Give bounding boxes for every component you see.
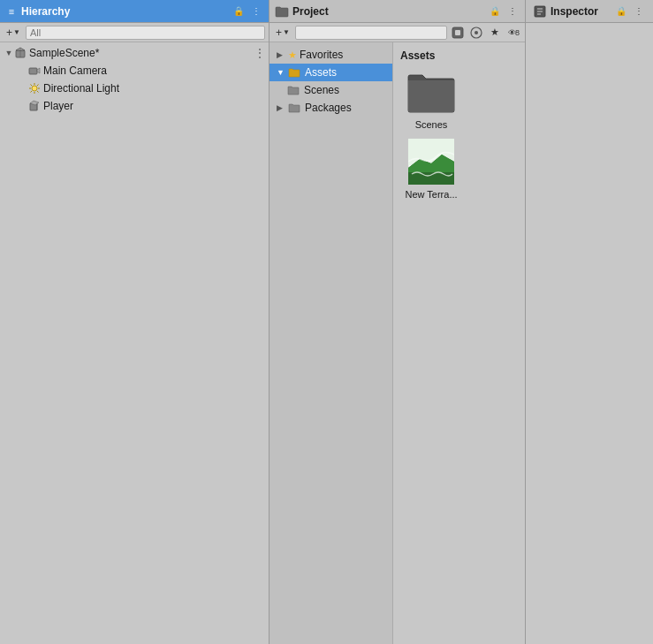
- svg-line-10: [31, 85, 33, 87]
- terrain-icon: [406, 137, 456, 186]
- inspector-more-btn[interactable]: ⋮: [632, 4, 646, 19]
- project-content: ▶ ★ Favorites ▼ Assets Sce: [270, 42, 525, 644]
- directional-light-label: Directional Light: [43, 82, 119, 95]
- sidebar-assets[interactable]: ▼ Assets: [270, 64, 392, 81]
- folder-svg: [406, 70, 456, 114]
- project-add-button[interactable]: + ▼: [273, 27, 292, 39]
- svg-rect-3: [29, 68, 37, 74]
- hierarchy-panel: ≡ Hierarchy 🔒 ⋮ + ▼ ▼: [0, 0, 270, 644]
- inspector-header-icon: [533, 4, 547, 19]
- folder-icon-scenes: [287, 85, 300, 95]
- hierarchy-search-input[interactable]: [30, 27, 261, 38]
- scene-more-icon[interactable]: ⋮: [254, 47, 265, 59]
- project-search-box[interactable]: [295, 26, 447, 40]
- hierarchy-lock-btn[interactable]: 🔒: [232, 4, 246, 19]
- assets-arrow: ▼: [277, 68, 285, 77]
- project-lock-btn[interactable]: 🔒: [488, 4, 502, 19]
- hierarchy-scene-item[interactable]: ▼ SampleScene* ⋮: [0, 44, 269, 62]
- chevron-down-icon: ▼: [13, 28, 20, 36]
- folder-icon-packages: [288, 102, 300, 113]
- project-star-icon[interactable]: ★: [487, 25, 503, 41]
- svg-rect-18: [455, 30, 460, 35]
- inspector-header: Inspector 🔒 ⋮: [526, 0, 653, 23]
- scene-label: SampleScene*: [29, 47, 99, 59]
- scenes-folder-icon: [406, 67, 456, 117]
- filter-svg: [469, 26, 483, 40]
- project-toolbar: + ▼ ★ 👁8: [270, 23, 525, 42]
- project-search-input[interactable]: [300, 27, 443, 38]
- inspector-title: Inspector: [550, 5, 611, 18]
- svg-line-11: [37, 91, 39, 93]
- svg-point-5: [32, 86, 37, 91]
- hierarchy-add-button[interactable]: + ▼: [4, 27, 23, 39]
- sidebar-favorites[interactable]: ▶ ★ Favorites: [270, 46, 392, 64]
- sidebar-packages[interactable]: ▶ Packages: [270, 99, 392, 117]
- hierarchy-tree: ▼ SampleScene* ⋮ Main Camera: [0, 42, 269, 644]
- svg-line-13: [31, 91, 33, 93]
- sidebar-scenes[interactable]: Scenes: [270, 81, 392, 99]
- favorites-label: Favorites: [300, 49, 343, 61]
- camera-icon: [28, 64, 41, 77]
- scenes-folder-label: Scenes: [415, 119, 448, 130]
- assets-grid: Scenes: [400, 67, 518, 200]
- main-camera-label: Main Camera: [43, 64, 107, 77]
- star-icon: ★: [288, 49, 297, 61]
- chevron-down-icon: ▼: [283, 28, 290, 36]
- plus-icon: +: [276, 27, 282, 39]
- asset-scenes-folder[interactable]: Scenes: [400, 67, 462, 130]
- svg-marker-4: [37, 68, 40, 73]
- project-assets-area: Assets Scenes: [393, 42, 525, 644]
- hierarchy-item-player[interactable]: Player: [0, 97, 269, 115]
- hierarchy-more-btn[interactable]: ⋮: [249, 4, 263, 19]
- project-title: Project: [292, 5, 484, 18]
- hierarchy-item-main-camera[interactable]: Main Camera: [0, 62, 269, 80]
- project-header: Project 🔒 ⋮: [270, 0, 525, 23]
- player-label: Player: [43, 100, 73, 112]
- project-filter-icon[interactable]: [468, 25, 484, 41]
- packages-label: Packages: [305, 102, 352, 114]
- terrain-svg: [406, 137, 456, 186]
- cube-icon: [28, 100, 41, 112]
- assets-area-header: Assets: [400, 49, 518, 62]
- hierarchy-toolbar: + ▼: [0, 23, 269, 42]
- project-eye-icon[interactable]: 👁8: [505, 25, 521, 41]
- assets-label: Assets: [305, 66, 337, 79]
- scenes-label: Scenes: [304, 84, 339, 96]
- project-panel: Project 🔒 ⋮ + ▼: [270, 0, 526, 644]
- hamburger-icon: ≡: [5, 5, 18, 18]
- project-packages-icon[interactable]: [450, 25, 466, 41]
- project-more-btn[interactable]: ⋮: [505, 4, 520, 19]
- hierarchy-title: Hierarchy: [21, 5, 228, 18]
- plus-icon: +: [6, 27, 12, 39]
- scene-icon: [14, 47, 27, 59]
- inspector-lock-btn[interactable]: 🔒: [614, 4, 628, 19]
- svg-line-12: [37, 85, 39, 87]
- favorites-arrow: ▶: [277, 50, 285, 59]
- hierarchy-header: ≡ Hierarchy 🔒 ⋮: [0, 0, 269, 23]
- project-sidebar: ▶ ★ Favorites ▼ Assets Sce: [270, 42, 393, 644]
- scene-arrow: ▼: [4, 48, 14, 58]
- light-icon: [28, 82, 41, 95]
- hierarchy-search-box[interactable]: [26, 26, 265, 40]
- hierarchy-item-directional-light[interactable]: Directional Light: [0, 80, 269, 97]
- inspector-content: [526, 23, 653, 644]
- terrain-label: New Terra...: [405, 189, 457, 200]
- inspector-panel: Inspector 🔒 ⋮: [526, 0, 653, 644]
- packages-arrow: ▶: [277, 103, 285, 112]
- folder-header-icon: [275, 5, 289, 18]
- asset-terrain[interactable]: New Terra...: [400, 137, 462, 200]
- folder-icon-assets: [288, 67, 300, 78]
- packages-svg: [451, 26, 465, 40]
- svg-point-20: [475, 31, 478, 34]
